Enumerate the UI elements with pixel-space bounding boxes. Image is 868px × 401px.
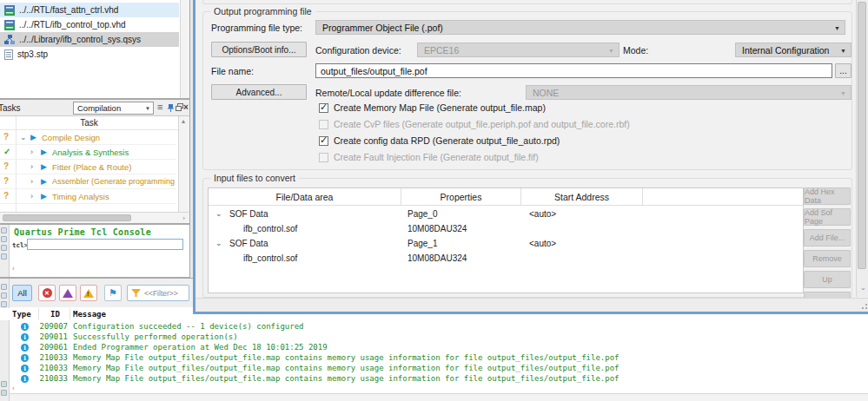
expander-icon[interactable]: › (30, 162, 33, 171)
tcl-input[interactable] (27, 239, 183, 250)
tasks-hscrollbar[interactable]: › (0, 212, 189, 223)
qsys-file-icon (4, 35, 15, 45)
play-icon: ▶ (41, 177, 47, 186)
expander-icon[interactable]: ⌄ (215, 209, 222, 218)
side-toolbar-icon[interactable] (1, 390, 7, 396)
checkbox-checked[interactable] (319, 103, 328, 113)
filter-warnings-button[interactable]: ! (80, 285, 97, 301)
task-row[interactable]: ? › ▶ Fitter (Place & Route) (0, 160, 176, 174)
message-filter-box[interactable]: <<Filter>> (127, 285, 189, 301)
header-divider (70, 308, 70, 319)
messages-hscrollbar[interactable] (10, 393, 868, 401)
message-row[interactable]: i 209007 Configuration succeeded -- 1 de… (0, 322, 868, 332)
task-mode-dropdown[interactable]: Compilation▼ (73, 102, 154, 115)
file-item[interactable]: ../../RTL/ifb_control_top.vhd (0, 17, 179, 32)
input-file-row[interactable]: ⌄ SOF Data Page_0 <auto> (209, 207, 803, 221)
filter-info-button[interactable]: ⚑ (104, 285, 122, 301)
file-item-label: ../../Library/ifb_control_sys.qsys (19, 35, 141, 44)
warning-icon: ! (83, 289, 94, 298)
info-icon: i (21, 365, 29, 372)
filter-errors-button[interactable]: ✕ (38, 285, 56, 301)
info-icon: i (21, 375, 29, 383)
task-row[interactable]: ? › ▶ Assembler (Generate programming fi… (0, 174, 176, 189)
message-row[interactable]: i 210033 Memory Map File output_files/ou… (0, 364, 868, 374)
task-row[interactable]: ? ⌄ ▶ Compile Design (0, 130, 176, 145)
expander-icon[interactable]: › (30, 148, 33, 156)
side-toolbar-icon[interactable] (1, 236, 7, 242)
checkbox-checked[interactable] (319, 136, 328, 146)
remove-button: Remove (804, 250, 851, 267)
message-row[interactable]: i 210033 Memory Map File output_files/ou… (0, 374, 868, 385)
filter-all-button[interactable]: All (12, 285, 32, 301)
message-row[interactable]: i 209061 Ended Programmer operation at W… (0, 343, 868, 353)
mode-dropdown[interactable]: Internal Configuration▼ (735, 43, 851, 57)
scroll-left-icon[interactable]: ‹ (12, 266, 15, 273)
expander-icon[interactable]: › (30, 192, 33, 200)
advanced-button[interactable]: Advanced... (211, 84, 307, 100)
programming-file-type-dropdown[interactable]: Programmer Object File (.pof)▼ (315, 20, 845, 35)
pin-icon[interactable] (167, 103, 175, 113)
side-toolbar-icon[interactable] (1, 293, 7, 299)
dialog-status-strip (195, 298, 868, 312)
task-row[interactable]: ✓ › ▶ Analysis & Synthesis (0, 145, 176, 160)
scroll-right-icon[interactable]: › (182, 215, 185, 222)
message-row[interactable]: i 209011 Successfully performed operatio… (0, 332, 868, 343)
file-item[interactable]: stp3.stp (0, 47, 179, 62)
info-icon: i (21, 344, 29, 352)
add-file-button: Add File... (804, 229, 851, 247)
filter-critical-warnings-button[interactable] (59, 285, 76, 301)
scrollbar-thumb[interactable] (3, 214, 131, 221)
scroll-left-icon[interactable]: ‹ (12, 385, 15, 392)
scrollbar-thumb[interactable] (858, 2, 866, 269)
dialog-vscrollbar[interactable]: ⌄ (856, 0, 868, 297)
tcl-prompt-label: tcl> (12, 241, 28, 249)
file-item-selected[interactable]: ../../Library/ifb_control_sys.qsys (0, 32, 179, 47)
play-icon: ▶ (30, 133, 36, 141)
chevron-down-icon: ▼ (608, 48, 614, 54)
task-status-icon: ? (3, 161, 9, 171)
side-toolbar-icon[interactable] (1, 284, 7, 290)
play-icon: ▶ (41, 162, 47, 171)
convert-programming-file-dialog: Output programming file Programming file… (193, 0, 868, 314)
chevron-down-icon: ▼ (840, 90, 846, 96)
mode-label: Mode: (623, 45, 648, 56)
task-status-icon: ? (3, 132, 9, 141)
menu-icon[interactable]: ≡ (157, 102, 162, 112)
expander-icon[interactable]: ⌄ (215, 239, 222, 247)
error-icon: ✕ (43, 288, 52, 298)
input-file-row[interactable]: ifb_control.sof 10M08DAU324 (209, 251, 803, 266)
flag-icon: ⚑ (109, 288, 117, 298)
float-window-icon[interactable] (176, 103, 183, 111)
side-toolbar-icon[interactable] (1, 245, 7, 251)
col-type: Type (12, 310, 31, 319)
file-name-input[interactable]: output_files/output_file.pof (315, 63, 832, 78)
critical-warning-icon (63, 289, 73, 298)
message-row[interactable]: i 210033 Memory Map File output_files/ou… (0, 353, 868, 364)
side-toolbar-icon[interactable] (1, 227, 7, 233)
close-icon[interactable]: × (183, 102, 189, 112)
file-item[interactable]: ../../RTL/fast_attn_ctrl.vhd (0, 3, 179, 17)
side-toolbar-icon[interactable] (1, 253, 7, 260)
files-scrollbar[interactable] (180, 0, 189, 98)
task-row[interactable]: ? › ▶ Timing Analysis (0, 189, 176, 204)
create-memory-map-checkbox-row: Create Memory Map File (Generate output_… (319, 102, 546, 114)
file-item-label: ../../RTL/fast_attn_ctrl.vhd (19, 5, 118, 15)
remote-update-dropdown: NONE▼ (526, 85, 851, 100)
scroll-up-icon[interactable]: ▴ (182, 118, 185, 125)
input-file-row[interactable]: ifb_control.sof 10M08DAU324 (209, 221, 803, 236)
file-name-label: File name: (211, 66, 254, 76)
options-boot-info-button[interactable]: Options/Boot info... (211, 42, 307, 57)
programming-file-type-label: Programming file type: (211, 23, 302, 33)
input-file-row[interactable]: ⌄ SOF Data Page_1 <auto> (209, 236, 803, 251)
expander-icon[interactable]: › (30, 177, 33, 186)
side-toolbar-icon[interactable] (1, 301, 7, 307)
tasks-vscrollbar[interactable]: ▴ ▾ (178, 116, 189, 221)
browse-button[interactable]: ... (835, 63, 851, 78)
create-cvp-files-checkbox-row: Create CvP files (Generate output_file.p… (319, 118, 630, 130)
col-properties: Properties (401, 188, 521, 206)
tcl-console-title: Quartus Prime Tcl Console (14, 227, 151, 237)
expander-icon[interactable]: ⌄ (20, 133, 27, 141)
up-button: Up (804, 271, 851, 288)
scroll-down-icon[interactable]: ⌄ (860, 285, 866, 292)
info-icon: i (21, 323, 29, 331)
